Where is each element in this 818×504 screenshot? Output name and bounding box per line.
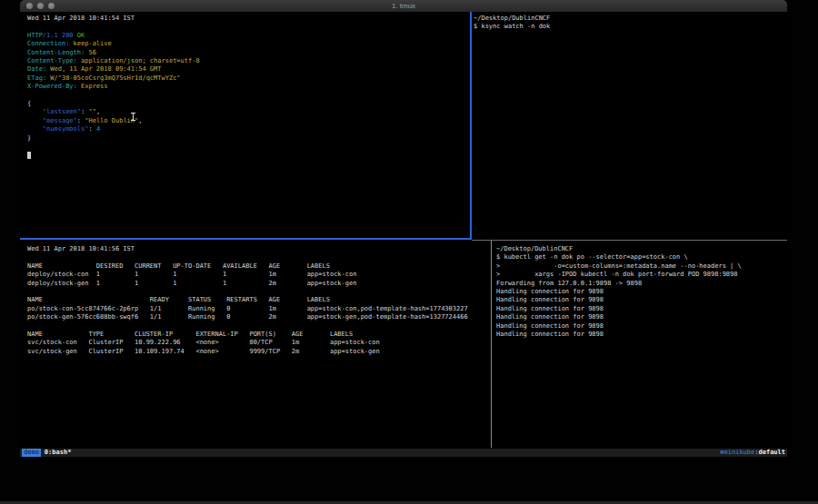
terminal-line: > -o=custom-columns=:metadata.name --no-… (496, 262, 785, 271)
terminal-line: X-Powered-By: Express (27, 83, 469, 91)
terminal-line: deploy/stock-gen 1 1 1 1 2m app=stock-ge… (27, 280, 489, 288)
terminal-line: svc/stock-gen ClusterIP 10.109.197.74 <n… (27, 348, 489, 356)
terminal-line (27, 288, 489, 296)
terminal-line: ~/Desktop/DublinCNCF (474, 15, 786, 23)
terminal-line (27, 322, 489, 331)
terminal-line (27, 23, 469, 31)
terminal-line (27, 152, 469, 160)
terminal-line: NAME DESIRED CURRENT UP-TO-DATE AVAILABL… (27, 262, 489, 271)
close-button[interactable] (26, 3, 33, 9)
pane-divider-vertical-top[interactable] (470, 12, 472, 238)
pane-ksync-watch[interactable]: ~/Desktop/DublinCNCF$ ksync watch -n dok (474, 15, 786, 236)
terminal-line: NAME READY STATUS RESTARTS AGE LABELS (27, 296, 489, 304)
pane-http-response[interactable]: Wed 11 Apr 2018 10:41:54 IST HTTP/1.1 20… (27, 15, 469, 236)
terminal-line: ETag: W/"38-05coCsrg3mQ75sHr1d/qcMTwYZc" (27, 74, 469, 83)
traffic-lights (26, 3, 55, 9)
terminal-line: po/stock-gen-576cc688bb-swqf6 1/1 Runnin… (27, 313, 489, 321)
pane-divider-horizontal-active[interactable] (20, 238, 472, 240)
terminal-line (27, 253, 489, 262)
desktop-background: 1. tmux Wed 11 Apr 2018 10:41:54 IST HTT… (0, 0, 818, 504)
terminal-line: $ ksync watch -n dok (474, 23, 786, 31)
terminal-line: ~/Desktop/DublinCNCF (496, 245, 785, 253)
terminal-line: "message": "Hello Dublin", (27, 117, 469, 125)
minimize-button[interactable] (37, 3, 44, 9)
terminal-line: Date: Wed, 11 Apr 2018 09:41:54 GMT (27, 65, 469, 74)
terminal-line: HTTP/1.1 200 OK (27, 32, 469, 40)
terminal-line: Handling connection for 9898 (496, 288, 785, 296)
terminal-line: Handling connection for 9898 (496, 296, 785, 304)
mouse-text-cursor (133, 113, 134, 121)
terminal-line: "numsymbols": 4 (27, 125, 469, 133)
window-titlebar[interactable]: 1. tmux (20, 0, 787, 12)
status-left: demo 0:bash* (22, 449, 71, 457)
terminal-line: Wed 11 Apr 2018 10:41:54 IST (27, 15, 469, 23)
terminal-line: Forwarding from 127.0.0.1:9898 -> 9898 (496, 280, 785, 288)
terminal-line: Content-Length: 56 (27, 49, 469, 57)
terminal-line: Wed 11 Apr 2018 10:41:56 IST (27, 245, 489, 253)
terminal-line: Handling connection for 9898 (496, 322, 785, 331)
kube-namespace-label: default (758, 449, 785, 457)
terminal-window: 1. tmux Wed 11 Apr 2018 10:41:54 IST HTT… (20, 0, 787, 461)
terminal-line: deploy/stock-con 1 1 1 1 1m app=stock-co… (27, 271, 489, 279)
terminal-line: Connection: keep-alive (27, 40, 469, 48)
terminal-line: NAME TYPE CLUSTER-IP EXTERNAL-IP PORT(S)… (27, 331, 489, 339)
terminal-line: svc/stock-con ClusterIP 10.99.222.96 <no… (27, 339, 489, 347)
terminal-line: { (27, 100, 469, 108)
pane-port-forward[interactable]: ~/Desktop/DublinCNCF$ kubectl get -n dok… (496, 245, 785, 447)
terminal-line: } (27, 134, 469, 143)
kube-context-label: minikube (724, 449, 755, 457)
pane-divider-vertical-bottom[interactable] (491, 241, 492, 448)
pane-kubectl-resources[interactable]: Wed 11 Apr 2018 10:41:56 IST NAME DESIRE… (27, 245, 489, 447)
terminal-line: Handling connection for 9898 (496, 331, 785, 339)
terminal-line: $ kubectl get -n dok po --selector=app=s… (496, 253, 785, 262)
session-name-badge: demo (22, 449, 41, 457)
terminal-line (27, 143, 469, 151)
terminal-line: "lastseen": "", (27, 108, 469, 116)
window-tab[interactable]: 0:bash* (45, 449, 72, 457)
zoom-button[interactable] (48, 3, 55, 9)
tmux-status-bar: demo 0:bash* ⊛ minikube : default (20, 449, 787, 457)
pane-divider-horizontal[interactable] (472, 240, 787, 241)
terminal-line: Handling connection for 9898 (496, 305, 785, 313)
terminal-line: Handling connection for 9898 (496, 313, 785, 321)
terminal-line: > xargs -IPOD kubectl -n dok port-forwar… (496, 271, 785, 279)
window-title: 1. tmux (392, 0, 415, 12)
terminal-line: Content-Type: application/json; charset=… (27, 57, 469, 65)
status-right: ⊛ minikube : default (720, 449, 785, 457)
terminal-line: po/stock-con-5cc874766c-2p6rp 1/1 Runnin… (27, 305, 489, 313)
terminal-line (27, 92, 469, 100)
